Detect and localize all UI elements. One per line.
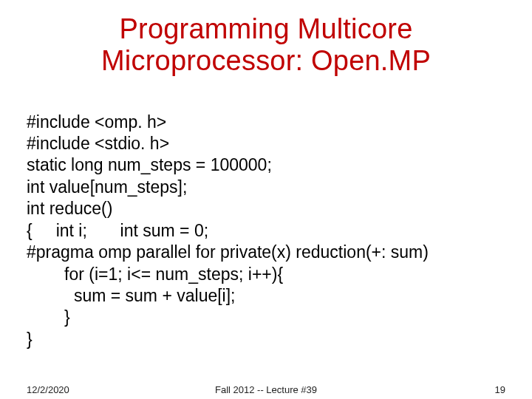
code-line: int reduce(): [27, 199, 112, 218]
code-line: static long num_steps = 100000;: [27, 155, 272, 174]
code-line: #include <stdio. h>: [27, 134, 169, 153]
footer-page-number: 19: [495, 384, 505, 395]
code-line: #include <omp. h>: [27, 112, 166, 132]
slide: Programming Multicore Microprocessor: Op…: [0, 0, 532, 399]
code-line: #pragma omp parallel for private(x) redu…: [27, 242, 429, 262]
code-block: #include <omp. h> #include <stdio. h> st…: [27, 89, 505, 350]
title-line-1: Programming Multicore: [120, 13, 413, 44]
code-line: }: [27, 307, 70, 327]
code-line: }: [27, 330, 33, 349]
slide-title: Programming Multicore Microprocessor: Op…: [27, 13, 505, 76]
footer-center: Fall 2012 -- Lecture #39: [0, 384, 532, 395]
code-line: int value[num_steps];: [27, 177, 187, 197]
code-line: for (i=1; i<= num_steps; i++){: [27, 265, 283, 284]
title-line-2: Microprocessor: Open.MP: [101, 45, 431, 76]
code-line: { int i; int sum = 0;: [27, 221, 208, 240]
code-line: sum = sum + value[i];: [27, 286, 236, 305]
